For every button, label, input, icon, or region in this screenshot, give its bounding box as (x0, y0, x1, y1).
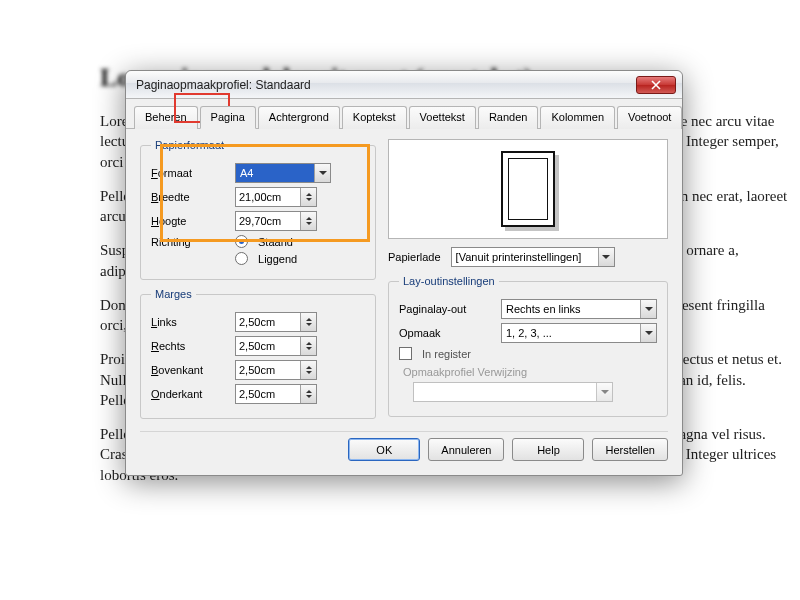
spinner-arrows[interactable] (300, 385, 316, 403)
margins-legend: Marges (151, 288, 196, 300)
margin-bottom-label: Onderkant (151, 388, 229, 400)
paper-tray-value: [Vanuit printerinstellingen] (452, 251, 598, 263)
tab-koptekst[interactable]: Koptekst (342, 106, 407, 129)
pagelayout-label: Paginalay-out (399, 303, 495, 315)
tab-randen[interactable]: Randen (478, 106, 539, 129)
spinner-arrows[interactable] (300, 313, 316, 331)
chevron-down-icon (596, 383, 612, 401)
dialog-title: Paginaopmaakprofiel: Standaard (136, 78, 636, 92)
radio-portrait[interactable] (235, 235, 248, 248)
paper-format-legend: Papierformaat (151, 139, 228, 151)
layout-format-label: Opmaak (399, 327, 495, 339)
height-spin[interactable] (235, 211, 317, 231)
spinner-arrows[interactable] (300, 212, 316, 230)
register-checkbox[interactable] (399, 347, 412, 360)
tab-beheren[interactable]: Beheren (134, 106, 198, 129)
tab-achtergrond[interactable]: Achtergrond (258, 106, 340, 129)
radio-portrait-label: Staand (258, 236, 293, 248)
radio-landscape[interactable] (235, 252, 248, 265)
titlebar[interactable]: Paginaopmaakprofiel: Standaard (126, 71, 682, 99)
left-col: Papierformaat FFormaatormaat A4 Breedte (140, 139, 376, 427)
margin-top-label: Bovenkant (151, 364, 229, 376)
tab-pagina[interactable]: Pagina (200, 106, 256, 129)
layout-format-value: 1, 2, 3, ... (502, 327, 640, 339)
page-preview-icon (501, 151, 555, 227)
width-spin[interactable] (235, 187, 317, 207)
close-button[interactable] (636, 76, 676, 94)
chevron-down-icon (598, 248, 614, 266)
orientation-label: Richting (151, 236, 229, 248)
tab-voettekst[interactable]: Voettekst (409, 106, 476, 129)
right-col: Papierlade [Vanuit printerinstellingen] … (388, 139, 668, 427)
tab-voetnoot[interactable]: Voetnoot (617, 106, 682, 129)
margin-right-input[interactable] (236, 340, 294, 352)
margins-group: Marges Links Rechts Bovenkant (140, 288, 376, 419)
format-combo[interactable]: A4 (235, 163, 331, 183)
margin-bottom-input[interactable] (236, 388, 294, 400)
height-input[interactable] (236, 215, 294, 227)
chevron-down-icon (640, 324, 656, 342)
help-button[interactable]: Help (512, 438, 584, 461)
margin-left-label: Links (151, 316, 229, 328)
width-input[interactable] (236, 191, 294, 203)
ok-button[interactable]: OK (348, 438, 420, 461)
spinner-arrows[interactable] (300, 188, 316, 206)
page-style-dialog: Paginaopmaakprofiel: Standaard Beheren P… (125, 70, 683, 476)
margin-left-input[interactable] (236, 316, 294, 328)
margin-right-label: Rechts (151, 340, 229, 352)
layout-legend: Lay-outinstellingen (399, 275, 499, 287)
pagelayout-select[interactable]: Rechts en links (501, 299, 657, 319)
chevron-down-icon (314, 164, 330, 182)
width-label: Breedte (151, 191, 229, 203)
close-icon (651, 80, 661, 90)
pagelayout-value: Rechts en links (502, 303, 640, 315)
spinner-arrows[interactable] (300, 361, 316, 379)
tab-strip: Beheren Pagina Achtergrond Koptekst Voet… (126, 99, 682, 129)
tab-kolommen[interactable]: Kolommen (540, 106, 615, 129)
margin-right-spin[interactable] (235, 336, 317, 356)
reset-button[interactable]: Herstellen (592, 438, 668, 461)
cancel-button[interactable]: Annuleren (428, 438, 504, 461)
format-label: FFormaatormaat (151, 167, 229, 179)
margin-bottom-spin[interactable] (235, 384, 317, 404)
margin-top-spin[interactable] (235, 360, 317, 380)
paper-tray-select[interactable]: [Vanuit printerinstellingen] (451, 247, 615, 267)
margin-left-spin[interactable] (235, 312, 317, 332)
margin-top-input[interactable] (236, 364, 294, 376)
chevron-down-icon (640, 300, 656, 318)
button-row: OK Annuleren Help Herstellen (140, 431, 668, 461)
refstyle-label: Opmaakprofiel Verwijzing (403, 366, 657, 378)
refstyle-select (413, 382, 613, 402)
height-label: Hoogte (151, 215, 229, 227)
register-label: In register (422, 348, 471, 360)
spinner-arrows[interactable] (300, 337, 316, 355)
paper-tray-label: Papierlade (388, 251, 441, 263)
paper-format-group: Papierformaat FFormaatormaat A4 Breedte (140, 139, 376, 280)
format-value: A4 (236, 167, 257, 179)
layout-format-select[interactable]: 1, 2, 3, ... (501, 323, 657, 343)
radio-landscape-label: Liggend (258, 253, 297, 265)
page-preview (388, 139, 668, 239)
layout-group: Lay-outinstellingen Paginalay-out Rechts… (388, 275, 668, 417)
